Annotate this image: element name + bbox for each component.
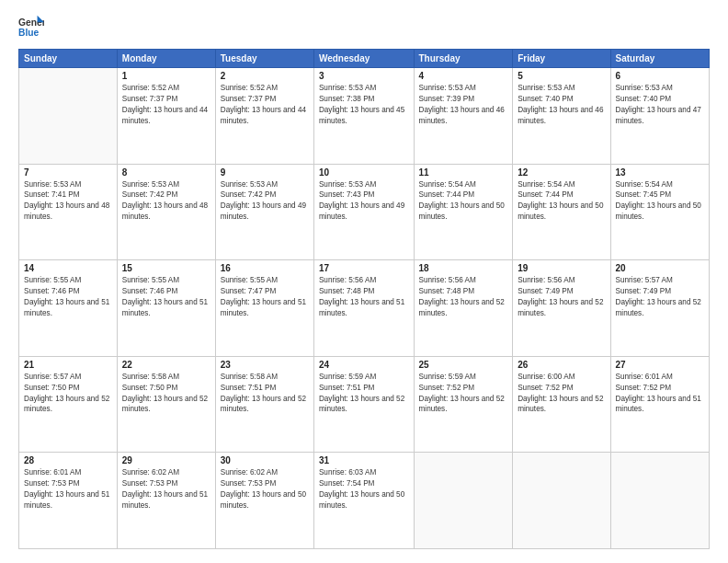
calendar-week-4: 21Sunrise: 5:57 AMSunset: 7:50 PMDayligh… (19, 356, 710, 453)
calendar-cell: 12Sunrise: 5:54 AMSunset: 7:44 PMDayligh… (513, 164, 610, 260)
calendar-cell: 29Sunrise: 6:02 AMSunset: 7:53 PMDayligh… (117, 453, 215, 549)
sunset-label: Sunset: 7:44 PM (518, 190, 574, 199)
sunrise-label: Sunrise: 5:53 AM (319, 180, 376, 189)
sunrise-label: Sunrise: 5:58 AM (221, 373, 278, 381)
sunset-label: Sunset: 7:42 PM (122, 190, 178, 199)
day-info: Sunrise: 5:56 AMSunset: 7:48 PMDaylight:… (319, 275, 409, 319)
calendar-week-2: 7Sunrise: 5:53 AMSunset: 7:41 PMDaylight… (19, 164, 710, 260)
day-number: 10 (319, 167, 409, 178)
day-info: Sunrise: 5:53 AMSunset: 7:42 PMDaylight:… (221, 179, 309, 224)
sunset-label: Sunset: 7:49 PM (616, 287, 672, 295)
sunset-label: Sunset: 7:46 PM (122, 287, 178, 295)
weekday-header-thursday: Thursday (414, 50, 513, 68)
day-info: Sunrise: 5:56 AMSunset: 7:49 PMDaylight:… (518, 275, 605, 319)
sunset-label: Sunset: 7:43 PM (319, 190, 375, 199)
daylight-label: Daylight: 13 hours and 52 minutes. (419, 395, 505, 414)
calendar-cell: 17Sunrise: 5:56 AMSunset: 7:48 PMDayligh… (313, 260, 414, 357)
day-info: Sunrise: 5:53 AMSunset: 7:38 PMDaylight:… (319, 83, 409, 127)
day-number: 21 (24, 360, 112, 370)
sunset-label: Sunset: 7:41 PM (24, 190, 80, 199)
sunset-label: Sunset: 7:48 PM (419, 287, 475, 295)
calendar-cell: 27Sunrise: 6:01 AMSunset: 7:52 PMDayligh… (610, 356, 709, 453)
calendar-cell (610, 453, 709, 549)
calendar-cell: 15Sunrise: 5:55 AMSunset: 7:46 PMDayligh… (117, 260, 215, 357)
calendar-cell: 24Sunrise: 5:59 AMSunset: 7:51 PMDayligh… (313, 356, 414, 453)
day-number: 25 (419, 360, 508, 370)
weekday-header-saturday: Saturday (610, 50, 709, 68)
calendar-cell: 19Sunrise: 5:56 AMSunset: 7:49 PMDayligh… (513, 260, 610, 357)
day-info: Sunrise: 5:52 AMSunset: 7:37 PMDaylight:… (221, 83, 309, 127)
day-info: Sunrise: 5:55 AMSunset: 7:47 PMDaylight:… (221, 275, 309, 319)
daylight-label: Daylight: 13 hours and 44 minutes. (221, 106, 306, 125)
sunset-label: Sunset: 7:45 PM (616, 190, 672, 199)
sunrise-label: Sunrise: 5:53 AM (518, 84, 574, 92)
day-number: 26 (518, 360, 605, 370)
calendar-cell: 7Sunrise: 5:53 AMSunset: 7:41 PMDaylight… (19, 164, 118, 260)
sunset-label: Sunset: 7:53 PM (24, 479, 80, 488)
sunset-label: Sunset: 7:54 PM (319, 479, 375, 488)
day-info: Sunrise: 6:02 AMSunset: 7:53 PMDaylight:… (221, 467, 309, 511)
sunset-label: Sunset: 7:48 PM (319, 287, 375, 295)
day-number: 1 (122, 71, 210, 81)
sunset-label: Sunset: 7:44 PM (419, 190, 475, 199)
day-info: Sunrise: 5:54 AMSunset: 7:45 PMDaylight:… (616, 179, 704, 224)
sunrise-label: Sunrise: 5:55 AM (24, 276, 81, 284)
calendar-cell (19, 68, 118, 165)
sunrise-label: Sunrise: 5:56 AM (419, 276, 476, 284)
day-number: 29 (122, 455, 210, 465)
day-number: 24 (319, 360, 409, 370)
day-info: Sunrise: 5:54 AMSunset: 7:44 PMDaylight:… (518, 179, 605, 224)
daylight-label: Daylight: 13 hours and 46 minutes. (518, 106, 603, 125)
day-info: Sunrise: 5:59 AMSunset: 7:52 PMDaylight:… (419, 372, 508, 416)
sunrise-label: Sunrise: 5:53 AM (122, 180, 179, 189)
sunrise-label: Sunrise: 5:59 AM (319, 373, 376, 381)
calendar-cell: 5Sunrise: 5:53 AMSunset: 7:40 PMDaylight… (513, 68, 610, 165)
weekday-header-wednesday: Wednesday (313, 50, 414, 68)
day-info: Sunrise: 5:53 AMSunset: 7:43 PMDaylight:… (319, 179, 409, 224)
calendar-cell: 9Sunrise: 5:53 AMSunset: 7:42 PMDaylight… (215, 164, 313, 260)
sunset-label: Sunset: 7:51 PM (319, 384, 375, 392)
calendar-cell: 14Sunrise: 5:55 AMSunset: 7:46 PMDayligh… (19, 260, 118, 357)
daylight-label: Daylight: 13 hours and 52 minutes. (221, 395, 306, 414)
sunrise-label: Sunrise: 5:52 AM (221, 84, 278, 92)
calendar-cell: 20Sunrise: 5:57 AMSunset: 7:49 PMDayligh… (610, 260, 709, 357)
day-info: Sunrise: 5:52 AMSunset: 7:37 PMDaylight:… (122, 83, 210, 127)
sunrise-label: Sunrise: 5:53 AM (319, 84, 376, 92)
weekday-header-row: SundayMondayTuesdayWednesdayThursdayFrid… (19, 50, 710, 68)
day-info: Sunrise: 5:56 AMSunset: 7:48 PMDaylight:… (419, 275, 508, 319)
day-number: 8 (122, 167, 210, 178)
day-info: Sunrise: 6:02 AMSunset: 7:53 PMDaylight:… (122, 467, 210, 511)
calendar-cell: 18Sunrise: 5:56 AMSunset: 7:48 PMDayligh… (414, 260, 513, 357)
daylight-label: Daylight: 13 hours and 50 minutes. (221, 490, 306, 510)
sunrise-label: Sunrise: 6:03 AM (319, 468, 376, 477)
daylight-label: Daylight: 13 hours and 51 minutes. (616, 395, 701, 414)
header: General Blue (18, 14, 710, 40)
sunrise-label: Sunrise: 5:54 AM (518, 180, 574, 189)
day-info: Sunrise: 5:57 AMSunset: 7:50 PMDaylight:… (24, 372, 112, 416)
day-number: 19 (518, 263, 605, 273)
daylight-label: Daylight: 13 hours and 52 minutes. (319, 395, 404, 414)
day-info: Sunrise: 6:01 AMSunset: 7:52 PMDaylight:… (616, 372, 704, 416)
daylight-label: Daylight: 13 hours and 46 minutes. (419, 106, 505, 125)
daylight-label: Daylight: 13 hours and 51 minutes. (122, 490, 208, 510)
sunrise-label: Sunrise: 6:02 AM (221, 468, 278, 477)
logo-icon: General Blue (18, 14, 44, 40)
day-info: Sunrise: 5:53 AMSunset: 7:41 PMDaylight:… (24, 179, 112, 224)
daylight-label: Daylight: 13 hours and 52 minutes. (419, 298, 505, 317)
day-number: 2 (221, 71, 309, 81)
calendar-cell: 28Sunrise: 6:01 AMSunset: 7:53 PMDayligh… (19, 453, 118, 549)
calendar-cell: 26Sunrise: 6:00 AMSunset: 7:52 PMDayligh… (513, 356, 610, 453)
calendar-cell: 22Sunrise: 5:58 AMSunset: 7:50 PMDayligh… (117, 356, 215, 453)
day-number: 13 (616, 167, 704, 178)
day-number: 3 (319, 71, 409, 81)
logo: General Blue (18, 14, 44, 40)
daylight-label: Daylight: 13 hours and 44 minutes. (122, 106, 208, 125)
daylight-label: Daylight: 13 hours and 47 minutes. (616, 106, 701, 125)
sunset-label: Sunset: 7:49 PM (518, 287, 574, 295)
calendar-cell: 13Sunrise: 5:54 AMSunset: 7:45 PMDayligh… (610, 164, 709, 260)
calendar-table: SundayMondayTuesdayWednesdayThursdayFrid… (18, 49, 710, 549)
day-info: Sunrise: 5:53 AMSunset: 7:39 PMDaylight:… (419, 83, 508, 127)
sunset-label: Sunset: 7:50 PM (24, 384, 80, 392)
day-number: 12 (518, 167, 605, 178)
day-info: Sunrise: 6:03 AMSunset: 7:54 PMDaylight:… (319, 467, 409, 511)
